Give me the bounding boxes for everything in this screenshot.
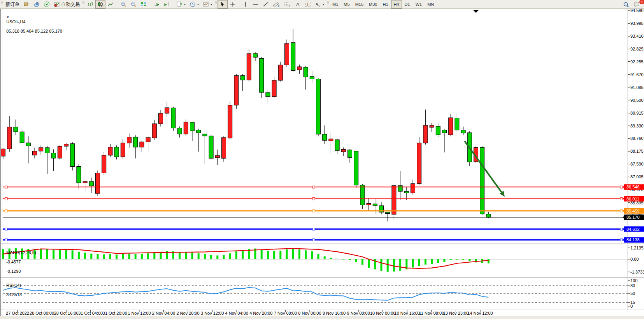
price-tick-label: 90.500 [630,98,644,103]
hline-handle[interactable] [5,198,7,200]
hline-handle[interactable] [620,228,623,230]
svg-text:85.459: 85.459 [626,209,640,213]
candle [310,77,314,79]
candle [423,126,428,143]
price-tick-label: 94.580 [630,8,644,13]
hline-handle[interactable] [5,210,7,212]
price-tick-label: 93.410 [630,34,644,38]
candle [58,146,62,159]
candle [14,127,18,132]
time-tick-label: 7 Nov 08:00 [274,311,297,316]
panel-frames [0,9,644,319]
candle [39,148,43,151]
candle [335,140,339,151]
candle [417,143,421,184]
candle [449,118,453,135]
candle [285,44,289,65]
time-tick-label: 14 Nov 12:00 [467,311,493,316]
time-tick-label: 13 Nov 23:00 [443,311,469,316]
macd-indicator-label: MACD(12,26,9) -0.4577 -0.1298 [4,246,36,274]
price-tick-label: 89.915 [630,111,644,115]
time-tick-label: 8 Nov 16:00 [323,311,346,316]
macd-axis-label: 0.00 [630,257,639,261]
candle [272,80,276,97]
rsi-axis-label: 100 [630,278,637,283]
price-tick-label: 87.590 [630,162,644,166]
hline-handle[interactable] [312,239,315,241]
time-tick-label: 31 Oct 04:00 [78,311,103,316]
price-tick-label: 87.005 [630,174,644,179]
chart-menu-icon[interactable]: ▼ [6,16,9,19]
candle [171,108,175,128]
candle [442,130,447,133]
chart-canvas[interactable]: 94.58093.99593.41092.82592.25591.67091.0… [0,0,644,319]
svg-text:86.546: 86.546 [626,185,640,189]
candle [430,126,434,127]
candle [184,122,188,134]
candle [455,118,459,130]
candle [165,108,169,113]
candle [209,136,213,159]
candle [480,147,484,214]
time-tick-label: 31 Oct 20:00 [103,311,127,316]
candle [373,204,377,206]
price-tick-label: 92.825 [630,47,644,51]
rsi-value: 34.8518 [6,292,22,297]
candle [386,212,390,213]
macd-signal-value: -0.1298 [6,269,21,274]
candle [341,149,346,152]
price-tick-label: 88.760 [630,136,644,141]
hline-handle[interactable] [5,228,7,230]
time-tick-label: 8 Nov 00:00 [298,311,321,316]
hline-handle[interactable] [620,210,623,212]
candle [83,181,87,183]
time-axis[interactable]: 27 Oct 202228 Oct 00:0028 Oct 16:0031 Oc… [6,310,493,316]
candle [260,58,264,92]
candle [197,130,201,133]
candle [26,143,30,146]
price-tick-label: 88.175 [630,149,644,153]
hline-handle[interactable] [5,186,7,188]
svg-text:84.632: 84.632 [626,227,640,232]
candle [329,139,333,141]
price-label-84.138: 84.138 [623,237,644,242]
svg-text:86.011: 86.011 [626,197,639,201]
rsi-axis-label: 0 [630,304,633,309]
hline-handle[interactable] [312,186,315,188]
hline-handle[interactable] [5,239,7,241]
time-tick-label: 28 Oct 16:00 [54,311,79,316]
hline-handle[interactable] [312,210,315,212]
svg-text:85.170: 85.170 [626,215,640,220]
hline-handle[interactable] [620,239,623,241]
candle [266,92,270,97]
candle [304,67,308,77]
candle [348,150,352,158]
hline-handle[interactable] [620,186,623,188]
time-tick-label: 10 Nov 16:00 [395,311,420,316]
hline-handle[interactable] [312,228,315,230]
chart-symbol-period: USOil-,H4 [6,19,26,24]
time-tick-label: 4 Nov 04:00 [225,311,248,316]
candle [222,138,226,159]
candle [404,191,409,193]
time-tick-label: 2 Nov 04:00 [152,311,175,316]
price-label-84.632: 84.632 [623,227,644,232]
time-tick-label: 9 Nov 08:00 [347,311,370,316]
rsi-indicator-label: RSI(14) 34.8518 [4,278,22,297]
candle [297,67,302,70]
candle [436,126,440,135]
hline-handle[interactable] [312,198,315,200]
candle [152,124,156,138]
candle [96,173,100,193]
rsi-axis-label: 50 [630,291,635,296]
candle [240,75,245,80]
candle [89,181,93,186]
time-tick-label: 1 Nov 12:00 [128,311,151,316]
macd-axis-label: 1.2135 [630,246,644,250]
candle [146,138,150,142]
price-tick-label: 92.255 [630,59,644,64]
svg-text:84.138: 84.138 [626,237,640,242]
price-label-85.170: 85.170 [623,214,644,220]
candle [133,137,138,147]
hline-handle[interactable] [620,198,623,200]
